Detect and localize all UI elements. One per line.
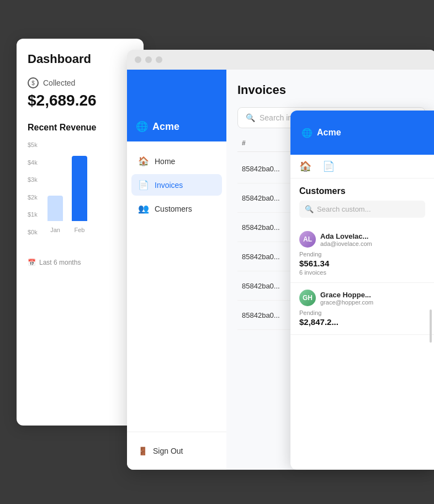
sidebar-item-home[interactable]: 🏠 Home: [131, 150, 222, 172]
customers-brand-name: Acme: [317, 128, 341, 138]
chart-label-1k: $1k: [28, 211, 38, 218]
avatar: AL: [299, 231, 316, 248]
sidebar-nav: 🏠 Home 📄 Invoices 👥 Customers: [127, 141, 226, 432]
chart-label-5k: $5k: [28, 141, 38, 148]
customer-email: grace@hopper.com: [320, 299, 425, 306]
sidebar: 🌐 Acme 🏠 Home 📄 Invoices 👥 Customers: [127, 70, 226, 470]
customers-brand: 🌐 Acme: [290, 111, 434, 155]
customer-email: ada@iovelace.com: [320, 240, 425, 247]
customer-amount: $2,847.2...: [299, 317, 425, 327]
window-titlebar: [127, 50, 434, 70]
customer-status: Pending: [299, 251, 425, 258]
customer-name: Ada Lovelac...: [320, 232, 425, 240]
traffic-light-green[interactable]: [156, 56, 162, 63]
dashboard-panel: Dashboard $ Collected $2,689.26 Recent R…: [17, 39, 144, 426]
collected-amount: $2,689.26: [28, 92, 133, 109]
chart-bar-jan: Jan: [47, 196, 63, 233]
chart-bars: Jan Feb: [47, 141, 133, 235]
scrollbar[interactable]: [430, 309, 432, 343]
sign-out-button[interactable]: 🚪 Sign Out: [131, 441, 222, 461]
last-months-label: Last 6 months: [39, 259, 81, 266]
customers-search-placeholder: Search custom...: [317, 205, 371, 213]
bar-jan: [47, 196, 63, 221]
customers-invoice-icon[interactable]: 📄: [322, 160, 335, 172]
collected-label: Collected: [43, 78, 75, 87]
dollar-circle-icon: $: [28, 77, 39, 88]
customer-card-top: GH Grace Hoppe... grace@hopper.com: [299, 290, 425, 306]
customer-status: Pending: [299, 309, 425, 316]
customers-globe-icon: 🌐: [301, 128, 313, 138]
last-months: 📅 Last 6 months: [28, 259, 133, 266]
customer-info: Grace Hoppe... grace@hopper.com: [320, 291, 425, 306]
sign-out-label: Sign Out: [153, 447, 183, 455]
signout-icon: 🚪: [138, 447, 147, 455]
customers-search-icon: 🔍: [305, 205, 314, 213]
chart-label-3k: $3k: [28, 176, 38, 183]
sidebar-item-invoices-label: Invoices: [155, 181, 183, 190]
customer-amount: $561.34: [299, 259, 425, 268]
customer-card-top: AL Ada Lovelac... ada@iovelace.com: [299, 231, 425, 248]
sidebar-brand: 🌐 Acme: [127, 70, 226, 141]
bar-label-feb: Feb: [75, 227, 85, 233]
calendar-icon: 📅: [28, 259, 36, 266]
customer-name: Grace Hoppe...: [320, 291, 425, 299]
chart-bar-feb: Feb: [72, 156, 87, 233]
customer-card-grace[interactable]: GH Grace Hoppe... grace@hopper.com Pendi…: [290, 283, 434, 335]
customers-title: Customers: [290, 179, 434, 201]
customers-icon: 👥: [138, 203, 149, 214]
sidebar-item-home-label: Home: [155, 157, 175, 166]
recent-revenue-title: Recent Revenue: [28, 123, 133, 133]
bar-feb: [72, 156, 87, 221]
brand-name: Acme: [152, 121, 179, 133]
customer-card-ada[interactable]: AL Ada Lovelac... ada@iovelace.com Pendi…: [290, 224, 434, 283]
sidebar-bottom: 🚪 Sign Out: [127, 432, 226, 470]
chart-label-0k: $0k: [28, 229, 38, 235]
brand-globe-icon: 🌐: [136, 120, 148, 133]
customers-panel: 🌐 Acme 🏠 📄 Customers 🔍 Search custom... …: [290, 111, 434, 470]
bar-label-jan: Jan: [50, 227, 60, 233]
invoices-title: Invoices: [237, 83, 425, 97]
traffic-light-yellow[interactable]: [145, 56, 152, 63]
customers-search-bar[interactable]: 🔍 Search custom...: [299, 201, 425, 218]
search-icon: 🔍: [246, 113, 255, 122]
avatar: GH: [299, 290, 316, 306]
customers-nav-icons: 🏠 📄: [290, 155, 434, 179]
invoices-icon: 📄: [138, 180, 149, 190]
sidebar-item-invoices[interactable]: 📄 Invoices: [131, 174, 222, 196]
chart-label-2k: $2k: [28, 194, 38, 201]
chart-y-labels: $5k $4k $3k $2k $1k $0k: [28, 141, 38, 235]
dashboard-title: Dashboard: [28, 52, 133, 66]
revenue-chart: $5k $4k $3k $2k $1k $0k Jan Feb: [28, 141, 133, 252]
traffic-light-red[interactable]: [135, 56, 141, 63]
home-icon: 🏠: [138, 156, 149, 166]
collected-section: $ Collected: [28, 77, 133, 88]
sidebar-item-customers[interactable]: 👥 Customers: [131, 198, 222, 219]
customer-invoices: 6 invoices: [299, 269, 425, 276]
sidebar-item-customers-label: Customers: [155, 204, 192, 213]
customers-home-icon[interactable]: 🏠: [299, 160, 311, 172]
chart-label-4k: $4k: [28, 159, 38, 166]
customer-info: Ada Lovelac... ada@iovelace.com: [320, 232, 425, 247]
